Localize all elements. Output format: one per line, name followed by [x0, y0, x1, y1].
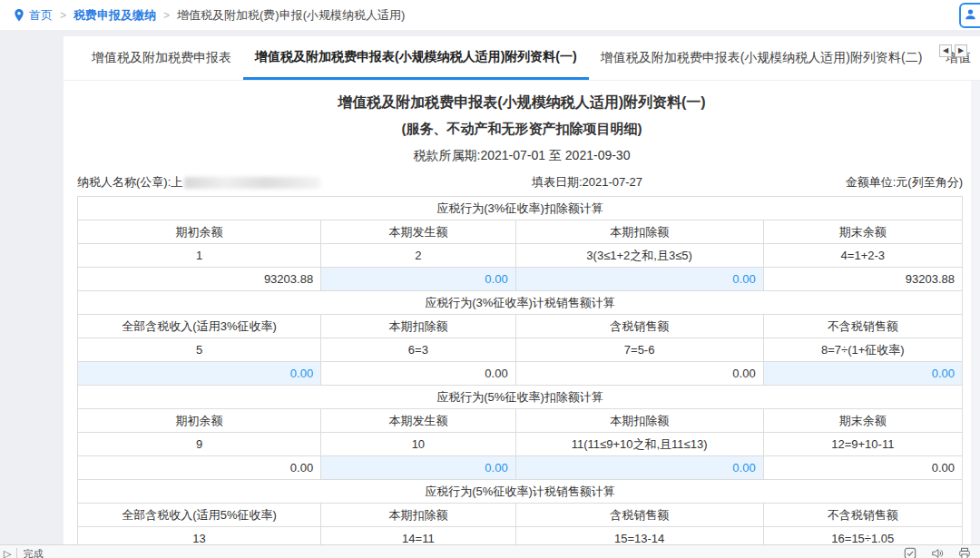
col-header: 全部含税收入(适用5%征收率)	[78, 504, 321, 527]
table-row: 1 2 3(3≤1+2之和,且3≤5) 4=1+2-3	[78, 244, 963, 268]
formula-cell: 16=15÷1.05	[763, 527, 962, 545]
formula-cell: 8=7÷(1+征收率)	[763, 338, 962, 362]
tab-appendix-1[interactable]: 增值税及附加税费申报表(小规模纳税人适用)附列资料(一)	[243, 36, 589, 80]
formula-cell: 6=3	[321, 338, 516, 362]
table-row: 0.00 0.00 0.00 0.00	[78, 362, 963, 386]
breadcrumb-separator: >	[60, 9, 66, 22]
formula-cell: 13	[78, 527, 321, 545]
taxpayer-name-value: 上	[171, 174, 182, 191]
table-row: 应税行为(5%征收率)扣除额计算	[78, 386, 963, 409]
section-4-title: 应税行为(5%征收率)计税销售额计算	[78, 480, 963, 504]
location-pin-icon	[13, 8, 25, 23]
tabs-scroll-right-button[interactable]: ▶	[955, 44, 967, 57]
taxpayer-name-redaction	[184, 177, 320, 189]
table-row: 13 14=11 15=13-14 16=15÷1.05	[78, 527, 963, 545]
status-text: 完成	[23, 547, 43, 558]
table-row: 9 10 11(11≤9+10之和,且11≤13) 12=9+10-11	[78, 433, 963, 456]
col-header: 期末余额	[763, 409, 962, 433]
tabs-scroll-left-button[interactable]: ◀	[939, 44, 952, 57]
value-cell: 0.00	[763, 456, 962, 480]
value-input-cell[interactable]: 0.00	[321, 456, 516, 480]
formula-cell: 10	[321, 433, 516, 456]
form-subtitle: (服务、不动产和无形资产扣除项目明细)	[64, 121, 980, 138]
col-header: 期末余额	[763, 220, 962, 244]
breadcrumb-section[interactable]: 税费申报及缴纳	[74, 7, 156, 24]
col-header: 期初余额	[78, 409, 321, 433]
section-2-title: 应税行为(3%征收率)计税销售额计算	[78, 291, 963, 315]
section-3-title: 应税行为(5%征收率)扣除额计算	[78, 386, 963, 409]
col-header: 期初余额	[78, 220, 321, 244]
formula-cell: 9	[78, 433, 321, 456]
tax-period: 税款所属期:2021-07-01 至 2021-09-30	[64, 148, 980, 164]
table-row: 0.00 0.00 0.00 0.00	[78, 456, 963, 480]
status-divider	[16, 548, 17, 558]
formula-cell: 7=5-6	[515, 338, 763, 362]
value-input-cell[interactable]: 0.00	[321, 268, 516, 291]
table-row: 期初余额 本期发生额 本期扣除额 期末余额	[78, 409, 963, 433]
tab-truncated[interactable]: 增值	[934, 36, 980, 80]
col-header: 本期发生额	[321, 220, 516, 244]
col-header: 不含税销售额	[763, 315, 962, 338]
col-header: 含税销售额	[515, 504, 763, 527]
printer-icon[interactable]	[958, 547, 971, 558]
col-header: 本期扣除额	[515, 220, 763, 244]
breadcrumb-current: 增值税及附加税(费)申报(小规模纳税人适用)	[177, 7, 405, 24]
table-row: 应税行为(3%征收率)扣除额计算	[78, 197, 963, 220]
value-input-cell[interactable]: 0.00	[515, 456, 763, 480]
speaker-icon[interactable]	[931, 547, 944, 558]
table-row: 5 6=3 7=5-6 8=7÷(1+征收率)	[78, 338, 963, 362]
floating-widget-button[interactable]	[959, 3, 980, 28]
breadcrumb-home[interactable]: 首页	[29, 7, 53, 24]
formula-cell: 15=13-14	[515, 527, 763, 545]
table-row: 93203.88 0.00 0.00 93203.88	[78, 268, 963, 291]
table-row: 全部含税收入(适用3%征收率) 本期扣除额 含税销售额 不含税销售额	[78, 315, 963, 338]
taxpayer-name-field: 纳税人名称(公章):上	[77, 174, 320, 191]
table-row: 期初余额 本期发生额 本期扣除额 期末余额	[78, 220, 963, 244]
form-title: 增值税及附加税费申报表(小规模纳税人适用)附列资料(一)	[64, 93, 980, 113]
form-card: 增值税及附加税费申报表 增值税及附加税费申报表(小规模纳税人适用)附列资料(一)…	[64, 36, 980, 544]
formula-cell: 3(3≤1+2之和,且3≤5)	[515, 244, 763, 268]
formula-cell: 2	[321, 244, 516, 268]
value-cell: 0.00	[515, 362, 763, 386]
check-square-icon[interactable]	[904, 547, 916, 558]
formula-cell: 11(11≤9+10之和,且11≤13)	[515, 433, 763, 456]
value-input-cell[interactable]: 0.00	[515, 268, 763, 291]
scrollbar[interactable]	[971, 81, 980, 544]
col-header: 全部含税收入(适用3%征收率)	[78, 315, 321, 338]
col-header: 本期扣除额	[515, 409, 763, 433]
table-row: 全部含税收入(适用5%征收率) 本期扣除额 含税销售额 不含税销售额	[78, 504, 963, 527]
formula-cell: 1	[78, 244, 321, 268]
value-cell: 0.00	[78, 456, 321, 480]
customer-service-icon	[964, 7, 977, 24]
formula-cell: 12=9+10-11	[763, 433, 962, 456]
section-1-title: 应税行为(3%征收率)扣除额计算	[78, 197, 963, 220]
status-arrow-icon: ▷	[4, 548, 11, 558]
form-info-row: 纳税人名称(公章):上 填表日期:2021-07-27 金额单位:元(列至角分)	[77, 174, 963, 190]
tab-appendix-2[interactable]: 增值税及附加税费申报表(小规模纳税人适用)附列资料(二)	[589, 36, 935, 80]
tabbar: 增值税及附加税费申报表 增值税及附加税费申报表(小规模纳税人适用)附列资料(一)…	[64, 36, 980, 81]
amount-unit: 金额单位:元(列至角分)	[846, 174, 963, 191]
breadcrumb: 首页 > 税费申报及缴纳 > 增值税及附加税(费)申报(小规模纳税人适用)	[0, 0, 980, 30]
value-cell: 93203.88	[78, 268, 321, 291]
tab-scroll-arrows: ◀ ▶	[939, 44, 967, 57]
breadcrumb-separator: >	[163, 9, 170, 22]
value-cell: 0.00	[321, 362, 516, 386]
taxpayer-name-label: 纳税人名称(公章):	[77, 174, 171, 191]
formula-cell: 14=11	[321, 527, 516, 545]
col-header: 含税销售额	[515, 315, 763, 338]
formula-cell: 5	[78, 338, 321, 362]
col-header: 本期扣除额	[321, 315, 516, 338]
formula-cell: 4=1+2-3	[763, 244, 962, 268]
table-row: 应税行为(5%征收率)计税销售额计算	[78, 480, 963, 504]
fill-date: 填表日期:2021-07-27	[532, 174, 642, 191]
tab-vat-main-form[interactable]: 增值税及附加税费申报表	[80, 36, 243, 80]
value-input-cell[interactable]: 0.00	[763, 362, 962, 386]
col-header: 本期发生额	[321, 409, 516, 433]
col-header: 本期扣除额	[321, 504, 516, 527]
status-bar: ▷ 完成	[0, 544, 980, 558]
col-header: 不含税销售额	[763, 504, 962, 527]
value-input-cell[interactable]: 0.00	[78, 362, 321, 386]
table-row: 应税行为(3%征收率)计税销售额计算	[78, 291, 963, 315]
deduction-detail-table: 应税行为(3%征收率)扣除额计算 期初余额 本期发生额 本期扣除额 期末余额 1…	[77, 196, 963, 544]
value-cell: 93203.88	[763, 268, 962, 291]
